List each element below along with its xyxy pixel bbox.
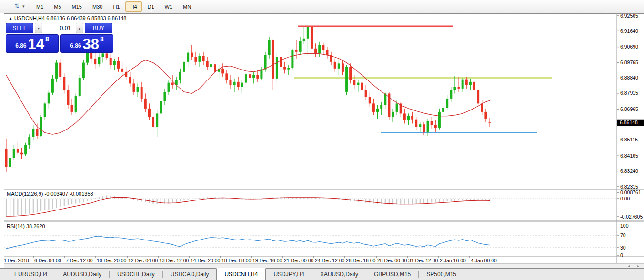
timeframe-button-h4[interactable]: H4 (125, 1, 141, 12)
chart-tab-usdcad-daily[interactable]: USDCAD,Daily (163, 269, 217, 280)
svg-text:7 Dec 12:00: 7 Dec 12:00 (66, 258, 93, 263)
buy-quote-box[interactable]: 6.86 38 8 (60, 34, 113, 53)
sell-price-point: 8 (45, 35, 49, 43)
chart-tab-bar: EURUSD,H4AUDUSD,DailyUSDCHF,DailyUSDCAD,… (0, 268, 644, 280)
chart-tab-xauusd-daily[interactable]: XAUUSD,Daily (312, 269, 366, 280)
svg-text:26 Dec 16:00: 26 Dec 16:00 (346, 258, 376, 263)
timeframe-button-m30[interactable]: M30 (88, 1, 107, 12)
timeframe-button-m15[interactable]: M15 (67, 1, 87, 12)
svg-text:2 Jan 16:00: 2 Jan 16:00 (440, 258, 466, 263)
chart-tab-audusd-daily[interactable]: AUDUSD,Daily (55, 269, 109, 280)
sell-button[interactable]: SELL (6, 23, 33, 33)
svg-text:0.008761: 0.008761 (620, 190, 641, 195)
sell-quote-box[interactable]: 6.86 14 8 (6, 34, 59, 53)
toolbar-separator (28, 1, 28, 12)
chart-title: ▲USDCNH,H4 6.86186 6.86439 6.85883 6.861… (9, 15, 126, 21)
chart-tab-gbpusd-m15[interactable]: GBPUSD,M15 (366, 269, 418, 280)
svg-text:-0.027605: -0.027605 (620, 214, 643, 220)
svg-text:6.86148: 6.86148 (620, 120, 638, 125)
timeframe-button-d1[interactable]: D1 (143, 1, 159, 12)
svg-text:21 Dec 00:00: 21 Dec 00:00 (284, 258, 314, 263)
chevron-down-icon[interactable]: ▾ (22, 4, 25, 9)
svg-text:100: 100 (620, 223, 629, 229)
svg-text:13 Dec 12:00: 13 Dec 12:00 (159, 258, 189, 263)
timeframe-button-w1[interactable]: W1 (160, 1, 178, 12)
collapse-icon[interactable]: ▲ (9, 16, 12, 20)
svg-text:4 Jan 00:00: 4 Jan 00:00 (471, 258, 497, 263)
timeframes-toolbar: ⇅ ▾ M1M5M15M30H1H4D1W1MN (0, 0, 644, 13)
chart-title-text: USDCNH,H4 6.86186 6.86439 6.85883 6.8614… (14, 15, 126, 21)
svg-text:31 Dec 12:00: 31 Dec 12:00 (408, 258, 438, 263)
chart-tab-usdjpy-h4[interactable]: USDJPY,H4 (266, 269, 312, 280)
svg-text:6.92565: 6.92565 (620, 13, 638, 19)
svg-text:4 Dec 2018: 4 Dec 2018 (4, 258, 29, 263)
chart-tab-usdchf-daily[interactable]: USDCHF,Daily (110, 269, 162, 280)
dock-handle[interactable] (2, 4, 7, 9)
window-gutter (1, 13, 1, 268)
svg-text:30: 30 (620, 245, 626, 250)
sell-price-pips: 14 (28, 37, 44, 51)
svg-text:12 Dec 04:00: 12 Dec 04:00 (128, 258, 158, 263)
toolbar-separator (151, 1, 152, 12)
timeframe-button-m1[interactable]: M1 (31, 1, 48, 12)
buy-price-pips: 38 (83, 37, 99, 51)
svg-text:6.85115: 6.85115 (620, 137, 638, 142)
svg-text:28 Dec 00:00: 28 Dec 00:00 (377, 258, 407, 263)
svg-text:6.87915: 6.87915 (620, 90, 638, 96)
chart-tab-sp500-m15[interactable]: SP500,M15 (419, 269, 464, 280)
svg-text:6.84165: 6.84165 (620, 153, 638, 159)
svg-text:6.83240: 6.83240 (620, 168, 638, 174)
svg-text:18 Dec 08:00: 18 Dec 08:00 (221, 258, 252, 263)
chart-tab-eurusd-h4[interactable]: EURUSD,H4 (7, 269, 55, 280)
mt4-terminal: ⇅ ▾ M1M5M15M30H1H4D1W1MN 6.925656.916406… (0, 0, 644, 280)
volume-decrease-button[interactable]: ▼ (35, 23, 42, 33)
macd-indicator-label: MACD(12,26,9) -0.003407 -0.001358 (7, 191, 93, 197)
buy-price-prefix: 6.86 (70, 42, 81, 49)
buy-button[interactable]: BUY (85, 23, 112, 33)
buy-price-point: 8 (100, 35, 104, 43)
svg-text:0.00: 0.00 (620, 196, 630, 201)
svg-text:6.91640: 6.91640 (620, 28, 638, 34)
svg-text:14 Dec 20:00: 14 Dec 20:00 (191, 258, 221, 263)
svg-text:0: 0 (620, 252, 623, 258)
chart-tab-usdcnh-h4[interactable]: USDCNH,H4 (216, 268, 266, 280)
horizontal-scrollbar[interactable]: ◂ ▸ (4, 263, 644, 268)
one-click-trading-panel: SELL ▼ ▲ BUY 6.86 14 8 6.86 38 8 (6, 23, 113, 53)
svg-text:6.82315: 6.82315 (620, 184, 638, 190)
svg-text:6.86965: 6.86965 (620, 106, 638, 112)
chart-shift-icon[interactable]: ⇅ (14, 2, 20, 10)
svg-text:6.89765: 6.89765 (620, 60, 638, 65)
sell-price-prefix: 6.86 (15, 42, 26, 49)
svg-text:6.88840: 6.88840 (620, 75, 638, 80)
svg-text:6 Dec 04:00: 6 Dec 04:00 (34, 258, 61, 263)
timeframe-button-mn[interactable]: MN (178, 1, 196, 12)
rsi-indicator-label: RSI(14) 38.2620 (7, 223, 45, 229)
svg-text:19 Dec 16:00: 19 Dec 16:00 (252, 258, 282, 263)
svg-text:24 Dec 12:00: 24 Dec 12:00 (315, 258, 345, 263)
timeframe-button-h1[interactable]: H1 (108, 1, 124, 12)
svg-text:6.90690: 6.90690 (620, 44, 638, 50)
svg-text:10 Dec 20:00: 10 Dec 20:00 (97, 258, 127, 263)
volume-increase-button[interactable]: ▲ (76, 23, 83, 33)
timeframe-buttons: M1M5M15M30H1H4D1W1MN (31, 0, 196, 13)
svg-text:70: 70 (620, 232, 626, 238)
timeframe-button-m5[interactable]: M5 (49, 1, 66, 12)
volume-input[interactable] (44, 23, 74, 33)
